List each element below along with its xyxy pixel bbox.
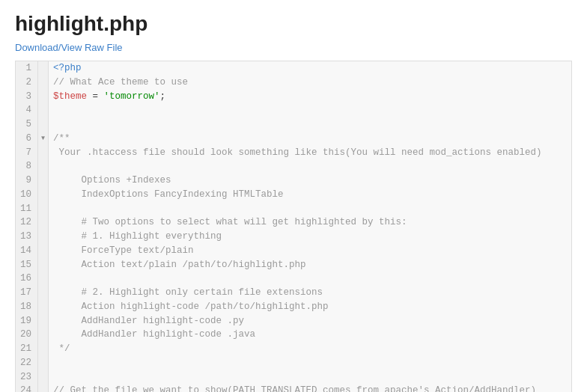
line-number: 1 <box>16 61 38 76</box>
fold-marker <box>38 356 49 370</box>
fold-marker <box>38 244 49 258</box>
line-number: 9 <box>16 174 38 188</box>
code-cell: AddHandler highlight-code .py <box>49 314 571 328</box>
table-row: 23 <box>16 370 571 385</box>
fold-marker <box>38 314 49 328</box>
line-number: 2 <box>16 76 38 90</box>
code-cell: Your .htaccess file should look somethin… <box>49 146 571 160</box>
code-cell: IndexOptions FancyIndexing HTMLTable <box>49 188 571 202</box>
code-cell <box>49 103 571 117</box>
table-row: 18 Action highlight-code /path/to/highli… <box>16 300 571 314</box>
table-row: 8 <box>16 159 571 174</box>
table-row: 19 AddHandler highlight-code .py <box>16 314 571 328</box>
fold-marker <box>38 61 49 76</box>
code-cell: <?php <box>49 61 571 76</box>
table-row: 21 */ <box>16 342 571 356</box>
code-cell: Options +Indexes <box>49 174 571 188</box>
table-row: 15 Action text/plain /path/to/highlight.… <box>16 258 571 272</box>
table-row: 14 ForceType text/plain <box>16 244 571 258</box>
table-row: 4 <box>16 103 571 117</box>
fold-marker <box>38 103 49 117</box>
code-cell <box>49 117 571 132</box>
code-cell: /** <box>49 132 571 146</box>
table-row: 1<?php <box>16 61 571 76</box>
line-number: 24 <box>16 384 38 392</box>
code-cell: // Get the file we want to show(PATH_TRA… <box>49 384 571 392</box>
fold-marker <box>38 230 49 244</box>
code-cell: Action text/plain /path/to/highlight.php <box>49 258 571 272</box>
table-row: 5 <box>16 117 571 132</box>
code-cell: ForceType text/plain <box>49 244 571 258</box>
line-number: 5 <box>16 117 38 132</box>
fold-marker <box>38 272 49 286</box>
fold-marker <box>38 384 49 392</box>
code-cell <box>49 159 571 174</box>
line-number: 22 <box>16 356 38 370</box>
code-table: 1<?php2// What Ace theme to use3$theme =… <box>16 61 571 392</box>
line-number: 4 <box>16 103 38 117</box>
fold-marker <box>38 146 49 160</box>
table-row: 6▾/** <box>16 132 571 146</box>
fold-marker <box>38 174 49 188</box>
code-cell: $theme = 'tomorrow'; <box>49 90 571 104</box>
code-cell: # 2. Highlight only certain file extensi… <box>49 286 571 300</box>
fold-marker <box>38 215 49 230</box>
code-cell <box>49 356 571 370</box>
fold-marker <box>38 328 49 342</box>
line-number: 11 <box>16 202 38 216</box>
table-row: 7 Your .htaccess file should look someth… <box>16 146 571 160</box>
table-row: 9 Options +Indexes <box>16 174 571 188</box>
code-cell <box>49 272 571 286</box>
fold-marker <box>38 202 49 216</box>
fold-marker <box>38 188 49 202</box>
line-number: 21 <box>16 342 38 356</box>
line-number: 16 <box>16 272 38 286</box>
fold-marker <box>38 117 49 132</box>
table-row: 2// What Ace theme to use <box>16 76 571 90</box>
code-cell: # 1. Highlight everything <box>49 230 571 244</box>
line-number: 6 <box>16 132 38 146</box>
fold-marker <box>38 370 49 385</box>
table-row: 10 IndexOptions FancyIndexing HTMLTable <box>16 188 571 202</box>
code-cell: Action highlight-code /path/to/highlight… <box>49 300 571 314</box>
fold-marker <box>38 258 49 272</box>
table-row: 12 # Two options to select what will get… <box>16 215 571 230</box>
code-container: 1<?php2// What Ace theme to use3$theme =… <box>15 61 572 392</box>
line-number: 13 <box>16 230 38 244</box>
download-link[interactable]: Download/View Raw File <box>15 42 123 53</box>
code-cell <box>49 370 571 385</box>
line-number: 15 <box>16 258 38 272</box>
fold-marker[interactable]: ▾ <box>38 132 49 146</box>
code-cell: // What Ace theme to use <box>49 76 571 90</box>
table-row: 17 # 2. Highlight only certain file exte… <box>16 286 571 300</box>
line-number: 14 <box>16 244 38 258</box>
line-number: 23 <box>16 370 38 385</box>
table-row: 22 <box>16 356 571 370</box>
code-cell: */ <box>49 342 571 356</box>
table-row: 16 <box>16 272 571 286</box>
table-row: 24// Get the file we want to show(PATH_T… <box>16 384 571 392</box>
line-number: 19 <box>16 314 38 328</box>
table-row: 11 <box>16 202 571 216</box>
line-number: 7 <box>16 146 38 160</box>
fold-marker <box>38 286 49 300</box>
fold-marker <box>38 342 49 356</box>
code-cell: AddHandler highlight-code .java <box>49 328 571 342</box>
page-title: highlight.php <box>15 12 572 36</box>
fold-marker <box>38 300 49 314</box>
code-cell <box>49 202 571 216</box>
line-number: 12 <box>16 215 38 230</box>
code-cell: # Two options to select what will get hi… <box>49 215 571 230</box>
line-number: 8 <box>16 159 38 174</box>
line-number: 20 <box>16 328 38 342</box>
line-number: 10 <box>16 188 38 202</box>
fold-marker <box>38 159 49 174</box>
table-row: 20 AddHandler highlight-code .java <box>16 328 571 342</box>
line-number: 3 <box>16 90 38 104</box>
line-number: 18 <box>16 300 38 314</box>
table-row: 3$theme = 'tomorrow'; <box>16 90 571 104</box>
table-row: 13 # 1. Highlight everything <box>16 230 571 244</box>
fold-marker <box>38 76 49 90</box>
line-number: 17 <box>16 286 38 300</box>
fold-marker <box>38 90 49 104</box>
